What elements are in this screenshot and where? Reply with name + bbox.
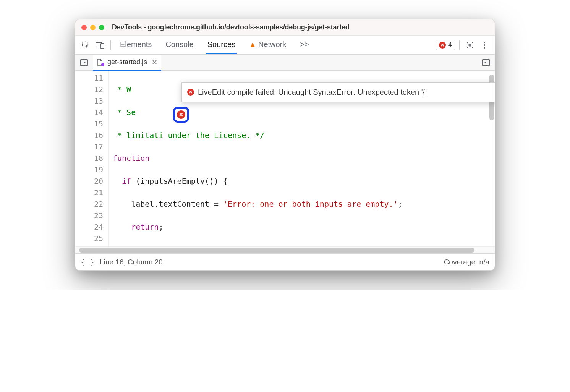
error-icon: ✕ [439,42,446,49]
tab-sources[interactable]: Sources [206,36,237,54]
panel-tabs: Elements Console Sources ▲ Network >> [118,36,311,54]
tab-sources-label: Sources [207,40,235,49]
window-controls [81,25,104,30]
tab-console[interactable]: Console [164,36,195,54]
code-text: * W [113,85,131,94]
coverage-status: Coverage: n/a [444,258,489,266]
titlebar: DevTools - googlechrome.github.io/devtoo… [75,19,495,36]
code-area[interactable]: * W * Se * limitati under the License. *… [109,71,495,246]
devtools-window: DevTools - googlechrome.github.io/devtoo… [75,19,495,271]
error-tooltip: ✕ LiveEdit compile failed: Uncaught Synt… [181,82,495,102]
more-tabs-button[interactable]: >> [298,36,310,54]
toolbar-separator [110,40,111,50]
code-text: if [122,177,131,186]
file-tab-label: get-started.js [107,58,147,66]
error-icon: ✕ [177,110,185,119]
line-number[interactable]: 22 [75,198,103,210]
inline-error-marker[interactable]: ✕ [173,107,189,123]
line-number[interactable]: 15 [75,118,103,130]
status-bar: { } Line 16, Column 20 Coverage: n/a [75,253,495,270]
error-icon: ✕ [187,89,194,96]
svg-point-5 [484,44,485,46]
svg-rect-2 [101,44,104,49]
code-text: ; [159,222,163,232]
svg-point-6 [484,47,485,49]
error-count-label: 4 [448,41,452,49]
error-count-button[interactable]: ✕ 4 [436,40,455,50]
file-tab[interactable]: get-started.js ✕ [93,55,161,71]
toolbar-separator [459,40,460,50]
code-text: function [113,154,149,163]
inspect-element-icon[interactable] [79,39,92,52]
debugger-toggle-icon[interactable] [480,57,492,68]
cursor-position: Line 16, Column 20 [100,258,163,266]
line-number[interactable]: 16 [75,130,103,141]
code-text: * Se [113,108,136,117]
close-window-button[interactable] [81,25,87,30]
maximize-window-button[interactable] [99,25,104,30]
device-toolbar-icon[interactable] [94,39,107,52]
tab-elements-label: Elements [120,40,152,49]
code-text: under the License. */ [163,131,264,140]
line-number[interactable]: 19 [75,164,103,175]
navigator-toggle-icon[interactable] [78,57,90,68]
horizontal-scrollbar[interactable] [75,246,495,253]
tab-elements[interactable]: Elements [118,36,153,54]
window-title: DevTools - googlechrome.github.io/devtoo… [112,23,350,31]
line-number[interactable]: 23 [75,210,103,221]
tooltip-message: LiveEdit compile failed: Uncaught Syntax… [198,86,427,98]
code-text: * limitati [113,131,163,140]
line-number[interactable]: 25 [75,233,103,244]
code-text: (inputsAreEmpty()) { [131,177,228,186]
tab-network[interactable]: ▲ Network [248,36,288,54]
tab-console-label: Console [165,40,193,49]
code-text: label.textContent = [113,199,223,209]
code-text: return [131,222,159,232]
code-editor[interactable]: 111213141516171819202122232425 * W * Se … [75,71,495,246]
main-toolbar: Elements Console Sources ▲ Network >> ✕ … [75,36,495,55]
line-gutter[interactable]: 111213141516171819202122232425 [75,71,109,246]
minimize-window-button[interactable] [90,25,96,30]
line-number[interactable]: 11 [75,72,103,84]
line-number[interactable]: 18 [75,152,103,164]
scrollbar-thumb[interactable] [79,248,474,253]
code-text: 'Error: one or both inputs are empty.' [223,199,398,209]
warning-icon: ▲ [249,40,256,49]
svg-point-4 [484,42,485,43]
more-tabs-glyph: >> [300,40,309,49]
line-number[interactable]: 17 [75,141,103,152]
line-number[interactable]: 14 [75,107,103,118]
tab-network-label: Network [258,40,286,49]
pretty-print-button[interactable]: { } [81,258,94,267]
settings-icon[interactable] [463,39,476,52]
code-text: } [113,245,126,246]
file-tab-bar: get-started.js ✕ [75,55,495,71]
line-number[interactable]: 20 [75,175,103,187]
code-text: ; [398,199,403,209]
line-number[interactable]: 13 [75,95,103,107]
more-menu-icon[interactable] [478,39,491,52]
svg-point-3 [469,44,471,46]
line-number[interactable]: 24 [75,221,103,233]
line-number[interactable]: 21 [75,187,103,198]
modified-indicator-icon [101,63,104,66]
line-number[interactable]: 12 [75,84,103,95]
close-tab-icon[interactable]: ✕ [152,58,157,66]
